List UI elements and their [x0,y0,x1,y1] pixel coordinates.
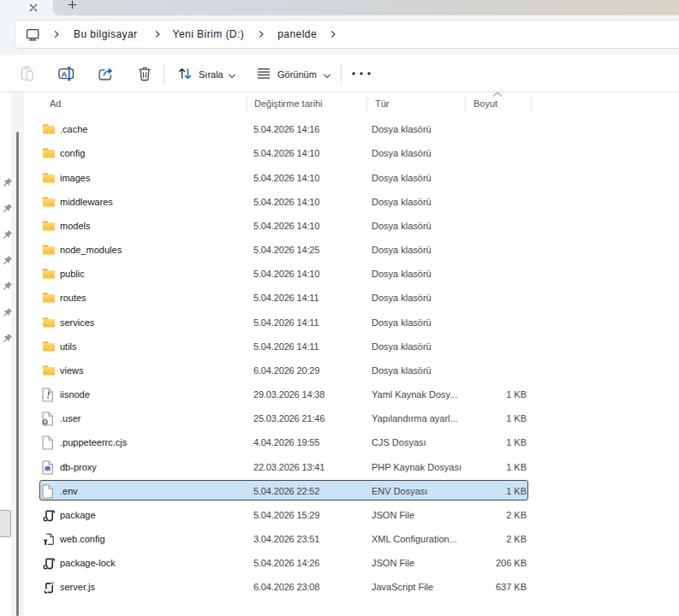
svg-text:A: A [62,69,68,79]
